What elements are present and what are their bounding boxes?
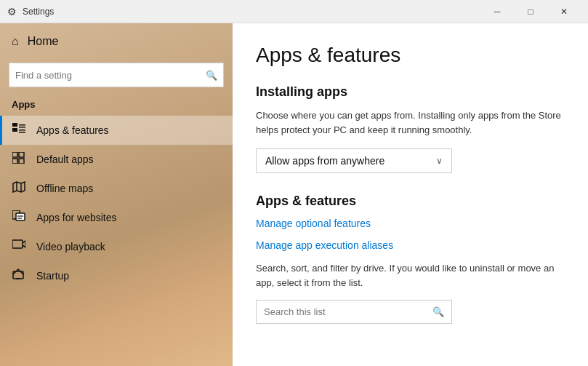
home-label: Home	[28, 35, 59, 48]
sidebar-item-apps-features-label: Apps & features	[36, 124, 109, 136]
settings-app-icon: ⚙	[7, 6, 17, 17]
default-apps-icon	[12, 152, 26, 167]
search-list-icon: 🔍	[432, 306, 444, 317]
apps-features-heading: Apps & features	[256, 194, 565, 209]
title-bar-title: Settings	[23, 7, 54, 17]
svg-rect-1	[12, 128, 17, 132]
sidebar-item-video-playback[interactable]: Video playback	[0, 232, 233, 261]
dropdown-value: Allow apps from anywhere	[265, 155, 384, 167]
app-body: ⌂ Home 🔍 Apps	[0, 23, 588, 366]
installing-apps-description: Choose where you can get apps from. Inst…	[256, 108, 565, 137]
sidebar-nav: Apps & features Default apps	[0, 116, 233, 290]
svg-rect-0	[12, 123, 17, 127]
video-playback-icon	[12, 239, 26, 254]
search-this-list-box[interactable]: 🔍	[256, 300, 452, 324]
svg-rect-16	[12, 240, 23, 248]
title-bar: ⚙ Settings ─ □ ✕	[0, 0, 588, 23]
sidebar-item-default-apps[interactable]: Default apps	[0, 145, 233, 174]
sidebar-item-apps-websites-label: Apps for websites	[36, 212, 117, 223]
maximize-button[interactable]: □	[514, 0, 547, 23]
sidebar-search-box[interactable]: 🔍	[9, 63, 224, 87]
sidebar-section-label: Apps	[0, 96, 233, 116]
sidebar-item-default-apps-label: Default apps	[36, 154, 94, 165]
sidebar-item-startup-label: Startup	[36, 270, 69, 282]
page-title: Apps & features	[256, 44, 565, 67]
sidebar-item-startup[interactable]: Startup	[0, 261, 233, 290]
sidebar: ⌂ Home 🔍 Apps	[0, 23, 233, 366]
svg-rect-6	[12, 152, 17, 157]
svg-rect-3	[19, 127, 25, 128]
svg-rect-2	[19, 124, 25, 126]
sidebar-item-apps-features[interactable]: Apps & features	[0, 116, 233, 145]
main-content: Apps & features Installing apps Choose w…	[233, 23, 588, 366]
sidebar-item-offline-maps[interactable]: Offline maps	[0, 174, 233, 203]
svg-rect-7	[19, 152, 24, 157]
minimize-button[interactable]: ─	[480, 0, 514, 23]
installing-apps-heading: Installing apps	[256, 84, 565, 100]
svg-rect-13	[16, 213, 25, 220]
svg-rect-9	[19, 159, 24, 164]
apps-websites-icon	[12, 210, 26, 225]
sidebar-item-video-playback-label: Video playback	[36, 241, 105, 252]
title-bar-controls: ─ □ ✕	[480, 0, 581, 23]
search-list-input[interactable]	[264, 306, 432, 317]
chevron-down-icon: ∨	[436, 156, 443, 166]
sidebar-item-apps-websites[interactable]: Apps for websites	[0, 203, 233, 232]
close-button[interactable]: ✕	[547, 0, 581, 23]
search-description: Search, sort, and filter by drive. If yo…	[256, 261, 565, 290]
svg-rect-5	[19, 132, 25, 133]
manage-app-execution-link[interactable]: Manage app execution aliases	[256, 239, 565, 251]
svg-rect-8	[12, 159, 17, 164]
apps-features-icon	[12, 123, 26, 138]
sidebar-search-input[interactable]	[15, 70, 206, 81]
svg-rect-4	[19, 130, 25, 131]
title-bar-left: ⚙ Settings	[7, 6, 54, 17]
manage-optional-features-link[interactable]: Manage optional features	[256, 218, 565, 229]
sidebar-search-icon: 🔍	[206, 70, 217, 81]
home-icon: ⌂	[12, 35, 19, 48]
offline-maps-icon	[12, 181, 26, 196]
installing-apps-dropdown[interactable]: Allow apps from anywhere ∨	[256, 148, 452, 173]
home-nav-item[interactable]: ⌂ Home	[0, 23, 233, 60]
startup-icon	[12, 268, 26, 283]
sidebar-item-offline-maps-label: Offline maps	[36, 183, 93, 194]
